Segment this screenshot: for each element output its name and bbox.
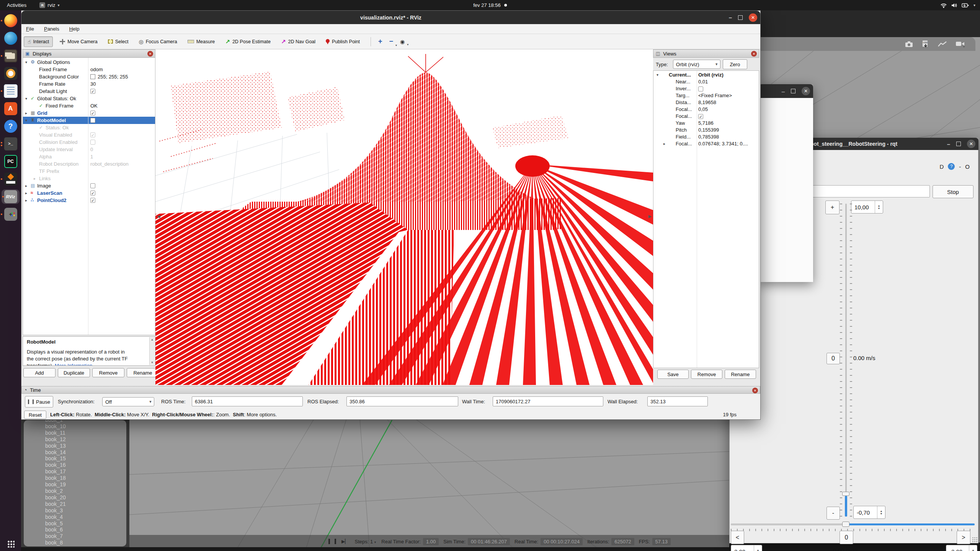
model-item-book_7[interactable]: book_7 xyxy=(45,533,126,540)
view-property-pitch[interactable]: Pitch0,155399 xyxy=(653,127,759,134)
model-item-book_15[interactable]: book_15 xyxy=(45,455,126,462)
camera-icon[interactable] xyxy=(905,41,913,47)
wall-elapsed--field[interactable]: 352.13 xyxy=(647,396,708,406)
menu-help[interactable]: Help xyxy=(69,26,80,32)
view-type-dropdown[interactable]: Orbit (rviz)▼ xyxy=(673,60,720,69)
time-panel-header[interactable]: ◔ Time ✕ xyxy=(21,386,760,394)
checkbox[interactable] xyxy=(90,89,95,94)
dock-item-software[interactable]: A xyxy=(0,101,21,116)
dock-item-rhythmbox[interactable] xyxy=(0,66,21,81)
display-row-status-ok[interactable]: ✓Status: Ok xyxy=(23,124,155,131)
angular-slider-track-right[interactable] xyxy=(846,523,975,525)
zoom-in-tool[interactable]: + xyxy=(375,37,386,46)
ros-elapsed--field[interactable]: 350.86 xyxy=(346,396,458,406)
view-property-targ-[interactable]: Targ...<Fixed Frame> xyxy=(653,92,759,99)
minimize-icon[interactable]: – xyxy=(947,141,950,147)
angular-reset-button[interactable]: 0 xyxy=(840,531,853,544)
model-item-book_14[interactable]: book_14 xyxy=(45,449,126,456)
close-icon[interactable]: ✕ xyxy=(802,87,810,95)
model-item-book_20[interactable]: book_20 xyxy=(45,494,126,501)
close-icon[interactable]: ✕ xyxy=(967,140,975,148)
tool-2d-pose-estimate[interactable]: ↗2D Pose Estimate xyxy=(222,36,274,47)
help-icon[interactable]: ? xyxy=(948,163,955,170)
plot-icon[interactable] xyxy=(938,41,947,47)
zoom-out-tool[interactable]: −▾ xyxy=(386,37,397,46)
rename-button[interactable]: Rename xyxy=(127,368,159,377)
gazebo-3d-view[interactable] xyxy=(129,419,729,548)
view-property-field-[interactable]: Field...0,785398 xyxy=(653,134,759,140)
dock-item-firefox[interactable] xyxy=(0,13,21,28)
reset-button[interactable]: Reset xyxy=(24,411,46,419)
dock-item-gazebo[interactable] xyxy=(0,172,21,186)
display-row-links[interactable]: ▸Links xyxy=(23,175,155,182)
add-button[interactable]: Add xyxy=(23,368,56,377)
display-row-visual-enabled[interactable]: Visual Enabled xyxy=(23,131,155,139)
display-row-update-interval[interactable]: Update Interval0 xyxy=(23,146,155,153)
rqt-dock-o[interactable]: O xyxy=(965,163,970,170)
remove-view-button[interactable]: Remove xyxy=(691,370,722,379)
angular-slider-handle[interactable] xyxy=(842,522,849,527)
angular-slider-track-left[interactable] xyxy=(731,523,846,525)
checkbox[interactable] xyxy=(698,86,703,91)
linear-decrease-button[interactable]: - xyxy=(826,507,840,520)
video-record-icon[interactable] xyxy=(956,41,965,47)
model-item-book_2[interactable]: book_2 xyxy=(45,488,126,494)
display-row-global-status-ok[interactable]: ▾✓Global Status: Ok xyxy=(23,95,155,102)
rviz-titlebar[interactable]: visualization.rviz* - RViz – ✕ xyxy=(21,11,760,24)
angular-step-right-button[interactable]: > xyxy=(957,531,970,544)
view-property-dista-[interactable]: Dista...8,19658 xyxy=(653,99,759,106)
show-applications-button[interactable] xyxy=(0,538,21,549)
linear-slider-handle[interactable] xyxy=(842,492,849,496)
display-row-tf-prefix[interactable]: TF Prefix xyxy=(23,168,155,175)
display-row-robotmodel[interactable]: ▾♜RobotModel xyxy=(23,117,155,124)
model-item-book_3[interactable]: book_3 xyxy=(45,507,126,514)
checkbox[interactable] xyxy=(90,183,95,188)
model-item-book_19[interactable]: book_19 xyxy=(45,481,126,488)
view-property-near-[interactable]: Near...0,01 xyxy=(653,78,759,85)
display-row-grid[interactable]: ▸▦Grid xyxy=(23,109,155,117)
stop-button[interactable]: Stop xyxy=(933,185,973,198)
close-icon[interactable]: ✕ xyxy=(147,51,153,57)
linear-slider-track[interactable] xyxy=(845,204,847,517)
model-item-book_8[interactable]: book_8 xyxy=(45,540,126,546)
view-property-inver-[interactable]: Inver... xyxy=(653,85,759,92)
checkbox[interactable] xyxy=(90,198,95,203)
wall-time--field[interactable]: 1709060172.27 xyxy=(493,396,603,406)
clock[interactable]: fev 27 18:56 xyxy=(473,2,507,8)
tool-move-camera[interactable]: Move Camera xyxy=(56,37,101,46)
model-item-book_13[interactable]: book_13 xyxy=(45,443,126,449)
model-item-book_4[interactable]: book_4 xyxy=(45,514,126,520)
model-item-book_6[interactable]: book_6 xyxy=(45,527,126,533)
gazebo-steps[interactable]: Steps: 1 ▾ xyxy=(354,539,376,544)
rename-view-button[interactable]: Rename xyxy=(725,370,756,379)
display-row-collision-enabled[interactable]: Collision Enabled xyxy=(23,139,155,146)
resize-grip[interactable] xyxy=(972,537,977,542)
zero-button[interactable]: Zero xyxy=(723,59,747,69)
more-information-link[interactable]: More Information. xyxy=(55,363,94,366)
system-tray[interactable]: ▾ xyxy=(940,0,975,10)
remove-button[interactable]: Remove xyxy=(92,368,124,377)
linear-increase-button[interactable]: + xyxy=(825,201,840,214)
duplicate-button[interactable]: Duplicate xyxy=(58,368,90,377)
tool-measure[interactable]: Measure xyxy=(184,37,219,46)
color-swatch[interactable] xyxy=(90,74,95,79)
checkbox[interactable] xyxy=(90,140,95,145)
dock-item-writer[interactable] xyxy=(0,84,21,98)
pause-button[interactable]: Pause xyxy=(25,396,53,408)
gazebo-model-list[interactable]: book_1book_10book_11book_12book_13book_1… xyxy=(24,420,126,546)
maximize-icon[interactable] xyxy=(791,89,795,93)
angular-left-spinbox[interactable]: 3,00▲▼ xyxy=(731,545,762,551)
rqt-dock-min[interactable]: - xyxy=(959,163,961,170)
view-property-focal-[interactable]: ▸Focal...0.076748; 3.7341; 0.... xyxy=(653,140,759,147)
model-item-book_9[interactable]: book_9 xyxy=(45,546,126,546)
linear-min-spinbox[interactable]: -0,70▲▼ xyxy=(853,506,885,519)
angular-right-spinbox[interactable]: -3,00▲▼ xyxy=(946,545,977,551)
display-row-background-color[interactable]: Background Color255; 255; 255 xyxy=(23,73,155,80)
displays-panel-header[interactable]: ▣ Displays ✕ xyxy=(23,49,155,58)
linear-max-spinbox[interactable]: 10,00▲▼ xyxy=(851,201,883,214)
dock-item-controller[interactable]: + xyxy=(0,207,21,222)
sync-dropdown[interactable]: Off▼ xyxy=(102,397,154,406)
model-item-book_18[interactable]: book_18 xyxy=(45,475,126,481)
save-view-button[interactable]: Save xyxy=(657,370,689,379)
model-item-book_17[interactable]: book_17 xyxy=(45,468,126,475)
